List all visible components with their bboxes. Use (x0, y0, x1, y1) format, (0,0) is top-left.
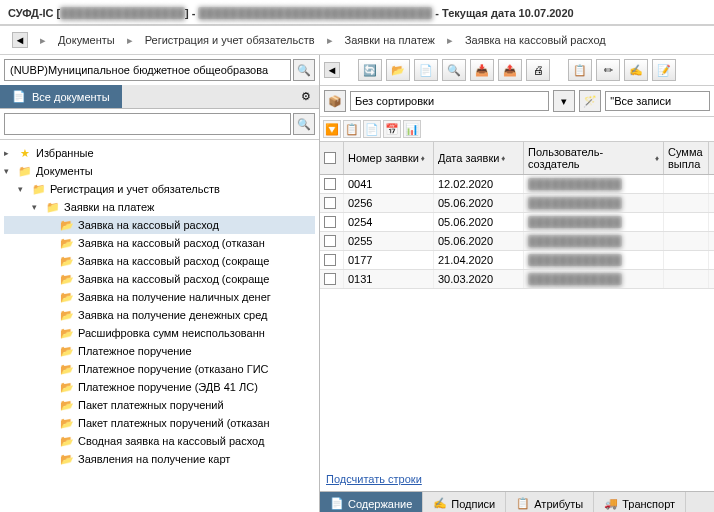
collapse-icon[interactable]: ▾ (32, 202, 42, 212)
export-button[interactable]: 📤 (498, 59, 522, 81)
tree-item-favorites[interactable]: ▸ ★ Избранные (4, 144, 315, 162)
table-row[interactable]: 017721.04.2020████████████ (320, 251, 714, 270)
table-row[interactable]: 025605.06.2020████████████ (320, 194, 714, 213)
folder-icon: 📂 (60, 398, 74, 412)
sort-dropdown-button[interactable]: ▾ (553, 90, 575, 112)
breadcrumb-item[interactable]: Заявки на платеж (345, 34, 435, 46)
tree-leaf-item[interactable]: 📂Платежное поручение (4, 342, 315, 360)
signature-icon: ✍ (433, 497, 447, 510)
tree-item-registration[interactable]: ▾ 📁 Регистрация и учет обязательств (4, 180, 315, 198)
table-row[interactable]: 025505.06.2020████████████ (320, 232, 714, 251)
sort-select[interactable]: Без сортировки (350, 91, 549, 111)
filter-select[interactable]: "Все записи (605, 91, 710, 111)
archive-icon[interactable]: 📦 (324, 90, 346, 112)
tree-search-input[interactable] (4, 113, 291, 135)
filter-icon[interactable]: 📄 (363, 120, 381, 138)
sign-button[interactable]: ✍ (624, 59, 648, 81)
chevron-right-icon: ▸ (127, 34, 133, 47)
gear-icon[interactable]: ⚙ (293, 86, 319, 107)
open-button[interactable]: 📂 (386, 59, 410, 81)
detail-tabs: 📄Содержание ✍Подписи 📋Атрибуты 🚚Транспор… (320, 491, 714, 512)
tree-search-button[interactable]: 🔍 (293, 113, 315, 135)
tree-leaf-item[interactable]: 📂Сводная заявка на кассовый расход (4, 432, 315, 450)
row-checkbox[interactable] (324, 178, 336, 190)
folder-icon: 📂 (60, 272, 74, 286)
tree-leaf-item[interactable]: 📂Заявка на кассовый расход (сокраще (4, 270, 315, 288)
print-button[interactable]: 🖨 (526, 59, 550, 81)
action1-button[interactable]: 📋 (568, 59, 592, 81)
expand-icon[interactable]: ▸ (4, 148, 14, 158)
search-button[interactable]: 🔍 (293, 59, 315, 81)
count-rows-link[interactable]: Подсчитать строки (326, 473, 422, 485)
new-button[interactable]: 📄 (414, 59, 438, 81)
select-all-checkbox[interactable] (320, 142, 344, 174)
folder-icon: 📂 (60, 380, 74, 394)
tree-leaf-item[interactable]: 📂Заявления на получение карт (4, 450, 315, 468)
row-checkbox[interactable] (324, 197, 336, 209)
tab-transport[interactable]: 🚚Транспорт (594, 492, 686, 512)
breadcrumb-back-button[interactable]: ◄ (12, 32, 28, 48)
folder-icon: 📂 (60, 236, 74, 250)
toolbar-back-button[interactable]: ◄ (324, 62, 340, 78)
breadcrumb-item[interactable]: Регистрация и учет обязательств (145, 34, 315, 46)
breadcrumb: ◄ ▸ Документы ▸ Регистрация и учет обяза… (0, 26, 714, 55)
breadcrumb-item[interactable]: Документы (58, 34, 115, 46)
edit-button[interactable]: 📝 (652, 59, 676, 81)
star-icon: ★ (18, 146, 32, 160)
row-checkbox[interactable] (324, 273, 336, 285)
toolbar: ◄ 🔄 📂 📄 🔍 📥 📤 🖨 📋 ✏ ✍ 📝 (320, 55, 714, 86)
folder-icon: 📁 (46, 200, 60, 214)
tab-all-documents[interactable]: 📄 Все документы (0, 85, 122, 108)
table-row[interactable]: 013130.03.2020████████████ (320, 270, 714, 289)
tree-leaf-item[interactable]: 📂Заявка на получение наличных денег (4, 288, 315, 306)
tab-attributes[interactable]: 📋Атрибуты (506, 492, 594, 512)
chevron-right-icon: ▸ (40, 34, 46, 47)
tree-item-documents[interactable]: ▾ 📁 Документы (4, 162, 315, 180)
org-search-input[interactable] (4, 59, 291, 81)
tree-leaf-item[interactable]: 📂Заявка на кассовый расход (4, 216, 315, 234)
chevron-right-icon: ▸ (327, 34, 333, 47)
tree-leaf-item[interactable]: 📂Заявка на получение денежных сред (4, 306, 315, 324)
tree-leaf-item[interactable]: 📂Заявка на кассовый расход (сокраще (4, 252, 315, 270)
filter-wizard-button[interactable]: 🪄 (579, 90, 601, 112)
folder-icon: 📂 (60, 362, 74, 376)
tab-content[interactable]: 📄Содержание (320, 492, 423, 512)
filter-icons-row: 🔽 📋 📄 📅 📊 (320, 117, 714, 142)
column-header-number[interactable]: Номер заявки♦ (344, 142, 434, 174)
table-row[interactable]: 025405.06.2020████████████ (320, 213, 714, 232)
row-checkbox[interactable] (324, 254, 336, 266)
folder-icon: 📁 (18, 164, 32, 178)
document-tree: ▸ ★ Избранные ▾ 📁 Документы ▾ 📁 Регистра… (0, 140, 319, 512)
tree-leaf-item[interactable]: 📂Расшифровка сумм неиспользованн (4, 324, 315, 342)
column-header-date[interactable]: Дата заявки♦ (434, 142, 524, 174)
table-row[interactable]: 004112.02.2020████████████ (320, 175, 714, 194)
view-button[interactable]: 🔍 (442, 59, 466, 81)
filter-icon[interactable]: 📅 (383, 120, 401, 138)
right-panel: ◄ 🔄 📂 📄 🔍 📥 📤 🖨 📋 ✏ ✍ 📝 📦 Без сортировки… (320, 55, 714, 512)
refresh-button[interactable]: 🔄 (358, 59, 382, 81)
filter-icon[interactable]: 📊 (403, 120, 421, 138)
action2-button[interactable]: ✏ (596, 59, 620, 81)
tree-leaf-item[interactable]: 📂Платежное поручение (ЭДВ 41 ЛС) (4, 378, 315, 396)
tree-leaf-item[interactable]: 📂Заявка на кассовый расход (отказан (4, 234, 315, 252)
attributes-icon: 📋 (516, 497, 530, 510)
filter-icon[interactable]: 🔽 (323, 120, 341, 138)
tree-leaf-item[interactable]: 📂Пакет платежных поручений (отказан (4, 414, 315, 432)
collapse-icon[interactable]: ▾ (18, 184, 28, 194)
tree-leaf-item[interactable]: 📂Пакет платежных поручений (4, 396, 315, 414)
filter-icon[interactable]: 📋 (343, 120, 361, 138)
data-table: Номер заявки♦ Дата заявки♦ Пользователь-… (320, 142, 714, 467)
folder-icon: 📂 (60, 308, 74, 322)
row-checkbox[interactable] (324, 216, 336, 228)
row-checkbox[interactable] (324, 235, 336, 247)
column-header-sum[interactable]: Сумма выпла (664, 142, 709, 174)
tab-signatures[interactable]: ✍Подписи (423, 492, 506, 512)
folder-icon: 📂 (60, 254, 74, 268)
column-header-user[interactable]: Пользователь-создатель♦ (524, 142, 664, 174)
import-button[interactable]: 📥 (470, 59, 494, 81)
left-panel: 🔍 📄 Все документы ⚙ 🔍 ▸ ★ Избранные ▾ 📁 … (0, 55, 320, 512)
tree-leaf-item[interactable]: 📂Платежное поручение (отказано ГИС (4, 360, 315, 378)
tree-item-payment-requests[interactable]: ▾ 📁 Заявки на платеж (4, 198, 315, 216)
breadcrumb-item[interactable]: Заявка на кассовый расход (465, 34, 606, 46)
collapse-icon[interactable]: ▾ (4, 166, 14, 176)
